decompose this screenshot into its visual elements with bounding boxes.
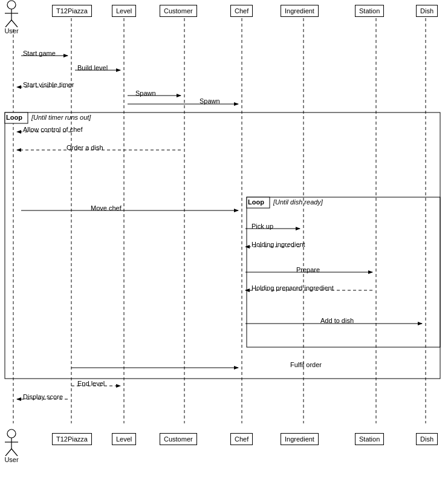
svg-rect-13 bbox=[5, 112, 440, 379]
loop2-condition: [Until dish ready] bbox=[273, 198, 323, 206]
diagram-svg bbox=[0, 0, 448, 479]
lifeline-chef-footer: Chef bbox=[230, 433, 253, 445]
msg-start-game: Start game bbox=[23, 50, 56, 57]
loop1-tag: Loop bbox=[6, 114, 22, 121]
msg-add-to-dish: Add to dish bbox=[320, 317, 354, 324]
msg-pick-up: Pick up bbox=[252, 223, 273, 230]
msg-holding-ingredient: Holding ingredient bbox=[252, 241, 305, 248]
actor-user-bottom-label: User bbox=[2, 456, 21, 463]
msg-move-chef: Move chef bbox=[91, 204, 122, 212]
msg-start-timer: Start visible timer bbox=[23, 81, 74, 88]
lifeline-dish-footer: Dish bbox=[416, 433, 438, 445]
svg-line-36 bbox=[5, 449, 11, 456]
msg-end-level: End level bbox=[77, 380, 105, 387]
msg-display-score: Display score bbox=[23, 393, 63, 400]
actor-user-bottom: User bbox=[2, 429, 21, 463]
msg-spawn2: Spawn bbox=[200, 97, 220, 105]
msg-spawn1: Spawn bbox=[135, 90, 156, 97]
svg-point-33 bbox=[7, 429, 16, 438]
lifeline-customer-footer: Customer bbox=[160, 433, 197, 445]
msg-prepare: Prepare bbox=[296, 266, 320, 273]
uml-diagram: User T12Piazza Level Customer Chef Ingre… bbox=[0, 0, 448, 479]
lifeline-level-footer: Level bbox=[112, 433, 136, 445]
msg-allow-control: Allow control of chef bbox=[23, 126, 82, 133]
loop1-condition: [Until timer runs out] bbox=[31, 114, 91, 121]
lifeline-station-footer: Station bbox=[355, 433, 384, 445]
msg-fulfil-order: Fulfil order bbox=[290, 361, 322, 368]
lifeline-ingredient-footer: Ingredient bbox=[281, 433, 319, 445]
msg-holding-prepared: Holding prepared ingredient bbox=[252, 284, 334, 292]
lifeline-t12piazza-footer: T12Piazza bbox=[52, 433, 92, 445]
svg-line-37 bbox=[11, 449, 18, 456]
loop2-tag: Loop bbox=[248, 198, 264, 206]
msg-order-dish: Order a dish bbox=[67, 144, 103, 151]
msg-build-level: Build level bbox=[77, 64, 108, 71]
